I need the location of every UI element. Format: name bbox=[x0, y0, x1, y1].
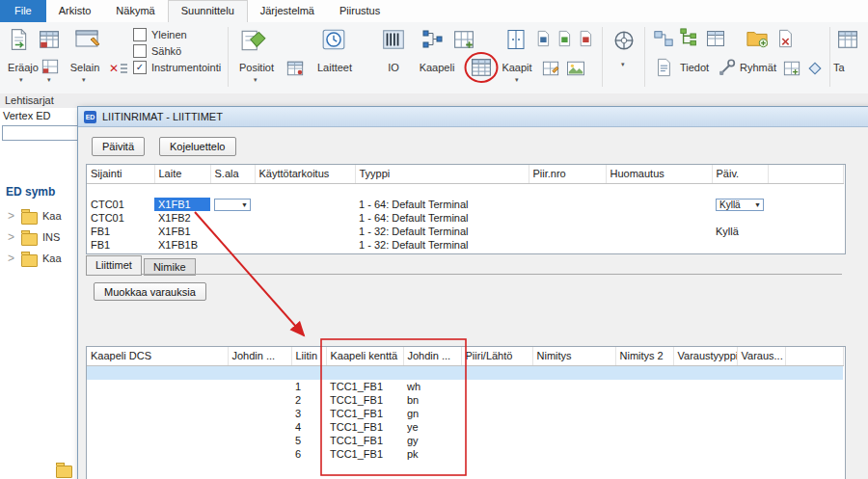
col-kaapeli-dcs[interactable]: Kaapeli DCS bbox=[87, 347, 228, 366]
muokkaa-varauksia-button[interactable]: Muokkaa varauksia bbox=[94, 282, 206, 301]
pair-link-icon[interactable] bbox=[652, 27, 675, 50]
cell-johdin[interactable]: gy bbox=[403, 434, 461, 447]
cell[interactable] bbox=[87, 393, 228, 407]
col-varaus[interactable]: Varaus... bbox=[737, 347, 785, 366]
cell[interactable] bbox=[326, 366, 403, 381]
hand-wheel-caret-icon[interactable]: ▾ bbox=[621, 61, 625, 68]
cell-laite[interactable]: X1FB2 bbox=[154, 211, 210, 225]
chevron-right-icon[interactable]: > bbox=[8, 209, 14, 223]
table-row-selected[interactable] bbox=[87, 366, 843, 381]
cell[interactable] bbox=[87, 184, 154, 199]
folder-add-icon[interactable] bbox=[745, 27, 770, 50]
tab-file[interactable]: File bbox=[0, 0, 46, 22]
cell[interactable] bbox=[673, 434, 737, 447]
cell-kaapeli-kentta[interactable]: TCC1_FB1 bbox=[326, 447, 403, 461]
checkbox-yleinen-box[interactable] bbox=[133, 28, 147, 41]
cell[interactable] bbox=[737, 447, 785, 461]
col-piirnro[interactable]: Piir.nro bbox=[529, 165, 606, 184]
eraajo-caret-icon[interactable]: ▾ bbox=[19, 76, 23, 84]
table-row[interactable]: 3 TCC1_FB1 gn bbox=[87, 407, 843, 420]
group-grid-icon[interactable] bbox=[781, 59, 802, 78]
cell[interactable] bbox=[532, 434, 615, 447]
cell[interactable] bbox=[606, 225, 712, 238]
col-sala[interactable]: S.ala bbox=[210, 165, 255, 184]
doc-blue-icon[interactable] bbox=[534, 29, 552, 48]
cell[interactable] bbox=[355, 184, 529, 199]
io-label[interactable]: IO bbox=[382, 62, 405, 73]
cell[interactable] bbox=[255, 198, 355, 211]
cell-liitin[interactable]: 3 bbox=[291, 407, 326, 420]
tab-suunnittelu[interactable]: Suunnittelu bbox=[168, 0, 248, 22]
batch-pdf-grid-icon[interactable] bbox=[37, 27, 62, 52]
selain-caret-icon[interactable]: ▾ bbox=[82, 76, 86, 84]
table-row[interactable]: CTC01 X1FB2 1 - 64: Default Terminal bbox=[87, 211, 843, 225]
combobox-caret-icon[interactable]: ▼ bbox=[241, 199, 248, 211]
col-laite[interactable]: Laite bbox=[154, 165, 210, 184]
tools-icon[interactable] bbox=[716, 57, 739, 78]
col-liitin[interactable]: Liitin bbox=[291, 347, 326, 366]
table-row[interactable]: 2 TCC1_FB1 bn bbox=[87, 393, 843, 407]
delete-list-icon[interactable]: ✕ bbox=[108, 59, 129, 78]
cell[interactable] bbox=[615, 447, 673, 461]
cell[interactable] bbox=[255, 238, 355, 252]
cell-tyyppi[interactable]: 1 - 32: Default Terminal bbox=[355, 238, 529, 252]
cell-kaapeli-kentta[interactable]: TCC1_FB1 bbox=[326, 380, 403, 393]
cable-grid-add-icon[interactable] bbox=[451, 27, 476, 52]
checkbox-sahko[interactable]: Sähkö bbox=[133, 43, 181, 58]
cell[interactable] bbox=[737, 366, 785, 381]
col-paiv[interactable]: Päiv. bbox=[712, 165, 768, 184]
lehtisarjat-label[interactable]: Lehtisarjat bbox=[5, 94, 54, 106]
checkbox-yleinen[interactable]: Yleinen bbox=[133, 27, 187, 41]
cell[interactable] bbox=[532, 420, 615, 434]
positiot-label[interactable]: Positiot bbox=[233, 62, 280, 73]
table-row[interactable]: 1 TCC1_FB1 wh bbox=[87, 380, 843, 393]
cell[interactable] bbox=[606, 238, 712, 252]
combobox-caret-icon[interactable]: ▼ bbox=[754, 199, 761, 211]
cell[interactable] bbox=[529, 238, 606, 252]
paivita-button[interactable]: Päivitä bbox=[92, 137, 145, 156]
table-row[interactable]: 6 TCC1_FB1 pk bbox=[87, 447, 843, 461]
cell-johdin[interactable]: wh bbox=[403, 380, 461, 393]
tree-item-kaapit[interactable]: > Kaa bbox=[0, 251, 81, 268]
cell-kaapeli-kentta[interactable]: TCC1_FB1 bbox=[326, 393, 403, 407]
cell[interactable] bbox=[154, 184, 210, 199]
cell[interactable] bbox=[673, 366, 737, 381]
table-row[interactable]: FB1 X1FB1B 1 - 32: Default Terminal bbox=[87, 238, 843, 252]
cell-laite[interactable]: X1FB1 bbox=[154, 225, 210, 238]
cell[interactable] bbox=[461, 407, 532, 420]
table-row[interactable]: CTC01 X1FB1 ▼ 1 - 64: Default Terminal K… bbox=[87, 198, 843, 211]
batch-run-caret-icon[interactable]: ▾ bbox=[47, 76, 51, 84]
cell[interactable] bbox=[461, 380, 532, 393]
cell[interactable] bbox=[606, 184, 712, 199]
cell[interactable] bbox=[87, 420, 228, 434]
cell[interactable] bbox=[210, 211, 255, 225]
dialog-title-bar[interactable]: ED LIITINRIMAT - LIITTIMET bbox=[78, 107, 868, 127]
cell[interactable] bbox=[615, 380, 673, 393]
table-row[interactable]: 4 TCC1_FB1 ye bbox=[87, 420, 843, 434]
cell[interactable] bbox=[712, 184, 768, 199]
cell[interactable] bbox=[712, 211, 768, 225]
cell[interactable] bbox=[532, 393, 615, 407]
cell-liitin[interactable]: 5 bbox=[291, 434, 326, 447]
ta-label[interactable]: Ta bbox=[833, 62, 866, 73]
cell[interactable] bbox=[673, 380, 737, 393]
chevron-right-icon[interactable]: > bbox=[8, 230, 14, 244]
paiv-combobox[interactable]: Kyllä▼ bbox=[716, 199, 764, 211]
doc-remove-icon[interactable] bbox=[773, 27, 797, 50]
cell-johdin[interactable]: ye bbox=[403, 420, 461, 434]
cell[interactable] bbox=[615, 366, 673, 381]
checkbox-instrumentointi[interactable]: ✓ Instrumentointi bbox=[133, 60, 221, 74]
cell[interactable] bbox=[228, 407, 291, 420]
devices-icon[interactable] bbox=[320, 26, 347, 53]
cell[interactable] bbox=[255, 225, 355, 238]
cell-tyyppi[interactable]: 1 - 64: Default Terminal bbox=[355, 211, 529, 225]
browser-icon[interactable] bbox=[73, 27, 102, 54]
cell-laite[interactable]: X1FB1B bbox=[154, 238, 210, 252]
col-huomautus[interactable]: Huomautus bbox=[606, 165, 712, 184]
laitteet-label[interactable]: Laitteet bbox=[312, 62, 357, 73]
cell[interactable] bbox=[87, 380, 228, 393]
cell[interactable] bbox=[737, 393, 785, 407]
cell-kaapeli-kentta[interactable]: TCC1_FB1 bbox=[326, 420, 403, 434]
col-johdin-dcs[interactable]: Johdin ... bbox=[228, 347, 291, 366]
table-row[interactable]: FB1 X1FB1 1 - 32: Default Terminal Kyllä bbox=[87, 225, 843, 238]
